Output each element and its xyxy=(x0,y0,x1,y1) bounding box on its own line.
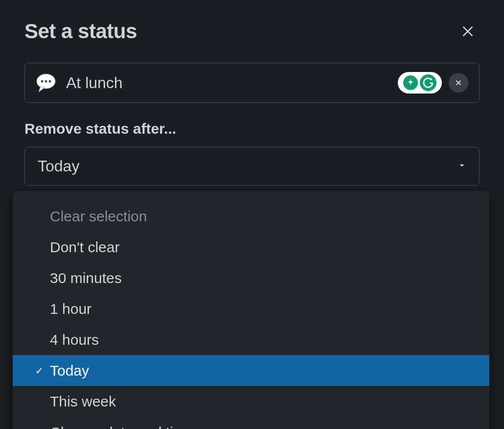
grammarly-g-icon xyxy=(420,74,436,91)
chevron-down-icon xyxy=(458,161,466,172)
remove-after-label: Remove status after... xyxy=(24,120,480,137)
dropdown-item-label: 4 hours xyxy=(50,332,99,348)
close-icon xyxy=(460,24,476,39)
svg-point-3 xyxy=(41,80,44,83)
grammarly-badge[interactable] xyxy=(398,72,442,94)
dropdown-item-label: Today xyxy=(50,362,89,379)
remove-after-select[interactable]: Today xyxy=(24,147,480,186)
clear-status-button[interactable] xyxy=(449,73,468,93)
dropdown-item-label: 1 hour xyxy=(50,301,92,317)
set-status-modal: Set a status xyxy=(0,0,504,429)
input-badges xyxy=(398,72,468,94)
dropdown-item-label: 30 minutes xyxy=(50,270,122,286)
svg-point-5 xyxy=(49,80,51,83)
dropdown-item: Clear selection xyxy=(13,201,489,232)
dropdown-item-label: Clear selection xyxy=(50,208,147,224)
modal-header: Set a status xyxy=(24,20,480,43)
close-button[interactable] xyxy=(456,20,480,43)
dropdown-item-label: This week xyxy=(50,393,116,409)
svg-point-4 xyxy=(45,80,47,83)
status-input-container xyxy=(24,63,480,103)
select-value: Today xyxy=(38,157,79,175)
modal-title: Set a status xyxy=(24,20,137,43)
dropdown-item[interactable]: 30 minutes xyxy=(13,262,489,293)
dropdown-item-label: Choose date and time xyxy=(50,424,194,429)
x-icon xyxy=(454,78,463,87)
dropdown-item[interactable]: 1 hour xyxy=(13,293,489,324)
status-text-input[interactable] xyxy=(66,74,388,92)
status-emoji-picker[interactable] xyxy=(36,72,56,93)
speech-balloon-icon xyxy=(36,72,56,93)
remove-after-dropdown: Clear selectionDon't clear30 minutes1 ho… xyxy=(13,191,489,429)
dropdown-item-label: Don't clear xyxy=(50,239,119,255)
check-icon: ✓ xyxy=(35,364,44,377)
sparkle-icon xyxy=(403,75,418,90)
dropdown-item[interactable]: 4 hours xyxy=(13,324,489,355)
dropdown-item[interactable]: Choose date and time xyxy=(13,417,489,429)
dropdown-item[interactable]: This week xyxy=(13,386,489,417)
dropdown-item[interactable]: ✓Today xyxy=(13,355,489,386)
dropdown-item[interactable]: Don't clear xyxy=(13,232,489,262)
